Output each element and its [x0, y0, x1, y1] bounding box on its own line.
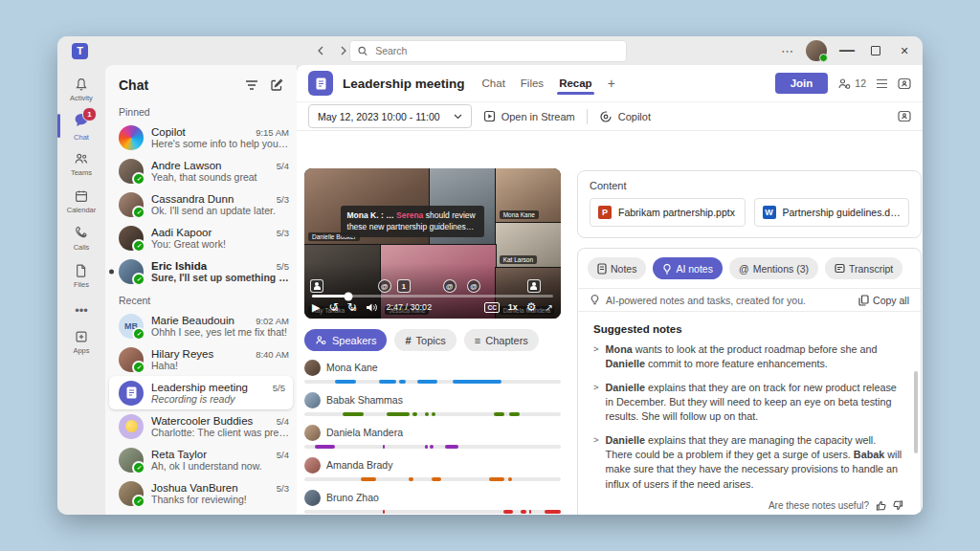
chapters-pill[interactable]: ≡ Chapters: [464, 329, 539, 351]
speaker-row[interactable]: Bruno Zhao: [304, 489, 561, 514]
chat-list-item[interactable]: Watercooler Buddies 5/4 Charlotte: The c…: [105, 409, 297, 443]
speaker-timeline[interactable]: [304, 445, 561, 449]
titlebar-more-icon[interactable]: ⋯: [781, 44, 794, 58]
stream-icon: [483, 110, 496, 122]
chat-list-item[interactable]: Hilary Reyes 8:40 AM Haha!: [105, 342, 297, 376]
tab-chat[interactable]: Chat: [482, 68, 505, 99]
tab-files[interactable]: Files: [521, 68, 544, 99]
avatar: [119, 192, 144, 217]
timeline-marker-at[interactable]: @: [378, 279, 391, 293]
agenda-icon[interactable]: [876, 78, 888, 89]
file-chip[interactable]: W Partnership guidelines.docx: [754, 198, 910, 227]
suggested-note[interactable]: Danielle explains that they are managing…: [593, 433, 903, 492]
rail-item-teams[interactable]: Teams: [57, 145, 105, 181]
skip-forward-button[interactable]: ↻10: [347, 300, 357, 314]
attendees-count[interactable]: 12: [837, 77, 866, 90]
tab-mentions[interactable]: @ Mentions (3): [729, 257, 818, 279]
tab-transcript[interactable]: Transcript: [825, 257, 902, 279]
thumbs-up-icon[interactable]: [876, 500, 886, 511]
meeting-panel-icon[interactable]: [898, 110, 911, 122]
chat-name: Copilot: [151, 126, 250, 138]
chat-list-item[interactable]: Aadi Kapoor 5/3 You: Great work!: [105, 221, 297, 254]
speaker-timeline[interactable]: [304, 477, 561, 481]
speakers-pill[interactable]: Speakers: [304, 329, 387, 351]
forward-icon[interactable]: [337, 44, 350, 57]
skip-back-button[interactable]: ↺10: [328, 300, 338, 314]
timeline-marker-at[interactable]: @: [467, 279, 480, 293]
tab-recap[interactable]: Recap: [559, 68, 592, 99]
add-tab-button[interactable]: +: [608, 76, 615, 91]
search-input[interactable]: [373, 44, 618, 57]
playback-time: 2:47 / 30:02: [387, 302, 433, 312]
chat-list-item[interactable]: MB Marie Beaudouin 9:02 AM Ohhh I see, y…: [105, 309, 297, 342]
volume-icon[interactable]: [366, 302, 378, 313]
chat-list-item[interactable]: Cassandra Dunn 5/3 Ok. I'll send an upda…: [105, 187, 297, 221]
rail-more-icon[interactable]: •••: [75, 298, 88, 321]
timeline-marker-person[interactable]: [310, 279, 323, 293]
chat-timestamp: 5/3: [277, 228, 289, 238]
rail-item-activity[interactable]: Activity: [57, 71, 105, 106]
speaker-timeline[interactable]: [304, 412, 561, 416]
chat-list-item[interactable]: Andre Lawson 5/4 Yeah, that sounds great: [105, 154, 297, 187]
chat-name: Leadership meeting: [151, 382, 267, 393]
chat-list-item[interactable]: Joshua VanBuren 5/3 Thanks for reviewing…: [105, 476, 297, 510]
thumbs-down-icon[interactable]: [893, 500, 903, 511]
chat-list-item[interactable]: Copilot 9:15 AM Here's some info to help…: [105, 121, 297, 154]
notes-scrollbar[interactable]: [914, 371, 918, 453]
tab-notes[interactable]: Notes: [588, 257, 646, 279]
recording-player[interactable]: Danielle Booker Mona Kane Kat Larson: [304, 168, 561, 319]
rail-item-apps[interactable]: Apps: [57, 323, 105, 359]
speaker-row[interactable]: Amanda Brady: [304, 456, 561, 481]
settings-gear-icon[interactable]: ⚙: [526, 300, 537, 314]
timeline-marker-at[interactable]: @: [443, 279, 457, 293]
speaker-name: Mona Kane: [326, 362, 378, 373]
chat-list-item[interactable]: Eric Ishida 5/5 Sure, I'll set up someth…: [105, 254, 297, 288]
topics-pill[interactable]: # Topics: [394, 329, 456, 351]
playback-speed-button[interactable]: 1x: [508, 302, 518, 312]
filter-icon[interactable]: [243, 77, 260, 94]
maximize-button[interactable]: [867, 42, 884, 59]
chat-list-item[interactable]: Leadership meeting 5/5 Recording is read…: [109, 376, 293, 409]
presence-badge: [132, 361, 145, 374]
fullscreen-icon[interactable]: ↗: [546, 302, 553, 313]
suggested-note[interactable]: Mona wants to look at the product roadma…: [593, 342, 903, 372]
timeline-marker-person[interactable]: [527, 279, 541, 293]
copilot-button[interactable]: Copilot: [599, 110, 651, 123]
file-type-icon: P: [598, 206, 612, 219]
speaker-row[interactable]: Babak Shammas: [304, 391, 561, 416]
captions-button[interactable]: CC: [484, 302, 499, 313]
file-chip[interactable]: P Fabrikam partnership.pptx: [590, 198, 746, 227]
rail-item-calendar[interactable]: Calendar: [57, 183, 105, 218]
people-icon: [315, 335, 327, 345]
minimize-button[interactable]: —: [838, 42, 856, 59]
phone-icon: [73, 225, 90, 242]
chat-list-item[interactable]: Reta Taylor 5/4 Ah, ok I understand now.: [105, 443, 297, 476]
timeline-marker-box1[interactable]: 1: [397, 279, 411, 293]
play-button[interactable]: ▶: [312, 301, 320, 314]
speaker-row[interactable]: Daniela Mandera: [304, 424, 561, 449]
rail-item-calls[interactable]: Calls: [57, 220, 105, 255]
title-bar: T ⋯ — ✕: [57, 36, 923, 65]
content-card: Content P Fabrikam partnership.pptx W Pa…: [577, 170, 922, 238]
copy-all-button[interactable]: Copy all: [858, 295, 909, 306]
new-chat-icon[interactable]: [268, 77, 285, 94]
chat-name: Andre Lawson: [151, 160, 271, 171]
date-selector[interactable]: May 12, 2023 10:00 - 11:00: [308, 104, 472, 128]
user-avatar[interactable]: [806, 40, 827, 61]
close-button[interactable]: ✕: [896, 42, 913, 59]
back-icon[interactable]: [314, 44, 327, 57]
speaker-timeline[interactable]: [304, 380, 561, 384]
speaker-timeline[interactable]: [304, 510, 561, 514]
speaker-avatar: [304, 425, 321, 441]
suggested-note[interactable]: Danielle explains that they are on track…: [593, 381, 903, 425]
join-button[interactable]: Join: [775, 73, 829, 94]
speaker-row[interactable]: Mona Kane: [304, 359, 561, 384]
suggested-notes-heading: Suggested notes: [593, 323, 903, 335]
rail-item-chat[interactable]: 1 Chat: [57, 108, 105, 143]
chat-list-item[interactable]: Happy Hour Crew 5/3 You: Thank you!!: [105, 510, 297, 515]
tab-ai-notes[interactable]: AI notes: [653, 257, 723, 279]
open-in-stream-button[interactable]: Open in Stream: [483, 110, 575, 122]
meeting-panel-icon[interactable]: [898, 77, 911, 90]
search-bar[interactable]: [349, 40, 627, 62]
rail-item-files[interactable]: Files: [57, 257, 105, 293]
